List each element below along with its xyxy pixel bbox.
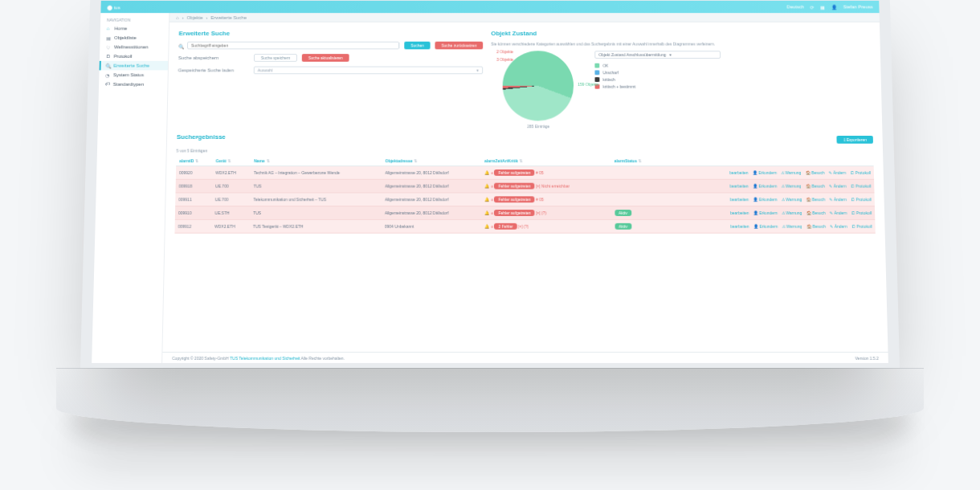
legend-label: Unscharf — [602, 70, 619, 75]
action-log[interactable]: 🗒 Protokoll — [851, 184, 872, 189]
search-button[interactable]: Suchen — [404, 42, 430, 50]
action-log[interactable]: 🗒 Protokoll — [851, 197, 872, 202]
action-change[interactable]: ✎ Ändern — [830, 210, 847, 215]
action-explore[interactable]: 👤 Erkundern — [753, 170, 777, 175]
crit-badge: 2 Fehler — [494, 223, 517, 230]
reset-search-button[interactable]: Suche zurücksetzen — [435, 42, 484, 50]
action-change[interactable]: ✎ Ändern — [829, 184, 846, 189]
action-explore[interactable]: 👤 Erkundern — [753, 224, 778, 229]
action-warn[interactable]: ⚠ Warnung — [782, 184, 802, 189]
user-name[interactable]: Stefan Preuss — [843, 5, 873, 10]
cell-device: UE.STH — [211, 206, 250, 220]
sidebar-item-protokoll[interactable]: 🗒Protokoll — [100, 51, 169, 61]
sidebar-item-home[interactable]: ⌂Home — [100, 24, 169, 34]
sort-icon: ⇅ — [414, 158, 418, 163]
alert-icon: 🔔⊘ — [484, 210, 493, 215]
sidebar-item-system-status[interactable]: ◔System Status — [99, 70, 168, 80]
action-visit[interactable]: 🏠 Besuch — [806, 210, 826, 215]
cell-device: WDX2.ETH — [211, 219, 250, 233]
action-log[interactable]: 🗒 Protokoll — [850, 170, 871, 175]
cell-address: Allgemeinstrasse 20, 8012 Dällsdorf — [382, 179, 481, 193]
action-warn[interactable]: ⚠ Warnung — [782, 197, 802, 202]
action-edit[interactable]: bearbeiten — [730, 224, 749, 229]
table-header[interactable]: alarmZeitArtKritik⇅ — [481, 156, 611, 165]
export-button[interactable]: ⇩ Exportieren — [837, 135, 873, 143]
action-log[interactable]: 🗒 Protokoll — [851, 210, 872, 215]
table-header[interactable]: alarmID⇅ — [176, 156, 213, 165]
cell-crit: 🔔⊘ Fehler aufgetreten # 05 — [481, 193, 611, 206]
footer-link[interactable]: TUS Telekommunikation und Sicherheit — [230, 355, 300, 360]
table-row: 009918 UE.700 TUS Allgemeinstrasse 20, 8… — [175, 179, 874, 193]
save-search-label: Suche abspeichern — [178, 55, 249, 60]
breadcrumb-item: Erweiterte Suche — [210, 15, 247, 20]
save-search-button[interactable]: Suche speichern — [254, 54, 297, 62]
cell-alarmid: 009912 — [174, 219, 211, 233]
update-search-button[interactable]: Suche aktualisieren — [302, 54, 349, 62]
table-header[interactable]: Name⇅ — [251, 156, 382, 165]
legend-item[interactable]: Unscharf — [595, 70, 872, 75]
action-visit[interactable]: 🏠 Besuch — [806, 197, 825, 202]
pie-chart[interactable]: 2 Objekte 3 Objekte 159 Objekte 285 Eint… — [491, 51, 586, 129]
sidebar-item-standardtypen[interactable]: 🏷Standardtypen — [99, 80, 168, 89]
saved-search-select[interactable]: Auswahl ▾ — [254, 67, 484, 75]
search-panel: Erweiterte Suche 🔍 Suchen Suche zurückse… — [177, 30, 483, 129]
action-visit[interactable]: 🏠 Besuch — [806, 224, 826, 229]
table-header[interactable]: Gerät⇅ — [213, 156, 251, 165]
grid-icon[interactable]: ▦ — [820, 4, 825, 10]
action-explore[interactable]: 👤 Erkundern — [753, 184, 777, 189]
table-header[interactable] — [659, 156, 874, 165]
action-visit[interactable]: 🏠 Besuch — [806, 170, 825, 175]
action-edit[interactable]: bearbeiten — [729, 184, 748, 189]
cell-device: UE.700 — [212, 179, 251, 193]
sidebar-item-wellnesstitionen[interactable]: ♡Wellnesstitionen — [100, 43, 168, 52]
state-category-select[interactable]: Objekt Zustand Anschlussübermittlung ▾ — [594, 51, 721, 59]
cell-address: Allgemeinstrasse 20, 8012 Dällsdorf — [382, 166, 481, 180]
user-icon[interactable]: 👤 — [831, 4, 837, 10]
search-input[interactable] — [187, 42, 400, 50]
action-warn[interactable]: ⚠ Warnung — [781, 170, 801, 175]
legend-item[interactable]: kritisch — [595, 77, 872, 82]
sort-icon: ⇅ — [267, 158, 270, 163]
sort-icon: ⇅ — [520, 158, 523, 163]
breadcrumb-item[interactable]: Objekte — [186, 15, 202, 20]
action-edit[interactable]: bearbeiten — [730, 210, 749, 215]
state-panel: Objekt Zustand Sie können verschiedene K… — [491, 30, 872, 129]
refresh-icon[interactable]: ⟳ — [811, 4, 815, 10]
action-warn[interactable]: ⚠ Warnung — [782, 210, 802, 215]
cell-status — [611, 179, 659, 193]
action-explore[interactable]: 👤 Erkundern — [753, 197, 777, 202]
action-explore[interactable]: 👤 Erkundern — [753, 210, 778, 215]
table-header[interactable]: Objektadresse⇅ — [382, 156, 482, 165]
legend-item[interactable]: kritisch + bestimmt — [595, 84, 872, 89]
sort-icon: ⇅ — [639, 158, 642, 163]
action-edit[interactable]: bearbeiten — [729, 170, 748, 175]
crit-extra: # 05 — [536, 197, 544, 202]
cell-name: TUS Testgerät – WDX2.ETH — [250, 219, 382, 233]
alert-icon: 🔔⊘ — [484, 224, 493, 229]
breadcrumb-home-icon[interactable]: ⌂ — [176, 15, 179, 20]
action-change[interactable]: ✎ Ändern — [829, 170, 846, 175]
action-change[interactable]: ✎ Ändern — [830, 197, 847, 202]
action-visit[interactable]: 🏠 Besuch — [806, 184, 825, 189]
sidebar-item-objektliste[interactable]: ▤Objektliste — [100, 33, 168, 43]
crit-extra: [×] Nicht erreichbar — [536, 184, 570, 189]
sidebar-item-erweiterte-suche[interactable]: 🔍Erweiterte Suche — [100, 61, 169, 71]
legend-item[interactable]: OK — [595, 63, 872, 68]
language-switch[interactable]: Deutsch — [786, 5, 804, 10]
action-log[interactable]: 🗒 Protokoll — [851, 224, 872, 229]
crit-badge: Fehler aufgetreten — [494, 169, 534, 176]
screen-frame: ⬤ tus Deutsch ⟳ ▦ 👤 Stefan Preuss NAVIGA… — [80, 0, 900, 368]
cell-alarmid: 009920 — [176, 166, 213, 180]
results-table: alarmID⇅Gerät⇅Name⇅Objektadresse⇅alarmZe… — [174, 156, 875, 233]
cell-address: Allgemeinstrasse 20, 8012 Dällsdorf — [382, 206, 481, 220]
table-header[interactable]: alarmStatus⇅ — [611, 156, 659, 165]
crit-badge: Fehler aufgetreten — [494, 183, 534, 190]
list-icon: ▤ — [106, 35, 111, 40]
action-change[interactable]: ✎ Ändern — [830, 224, 847, 229]
breadcrumb: ⌂ › Objekte › Erweiterte Suche — [169, 13, 880, 22]
sidebar-item-label: Standardtypen — [113, 82, 144, 87]
cell-actions: bearbeiten 👤 Erkundern ⚠ Warnung 🏠 Besuc… — [659, 193, 875, 206]
action-edit[interactable]: bearbeiten — [730, 197, 749, 202]
action-warn[interactable]: ⚠ Warnung — [782, 224, 802, 229]
status-pill: Aktiv — [615, 223, 631, 230]
